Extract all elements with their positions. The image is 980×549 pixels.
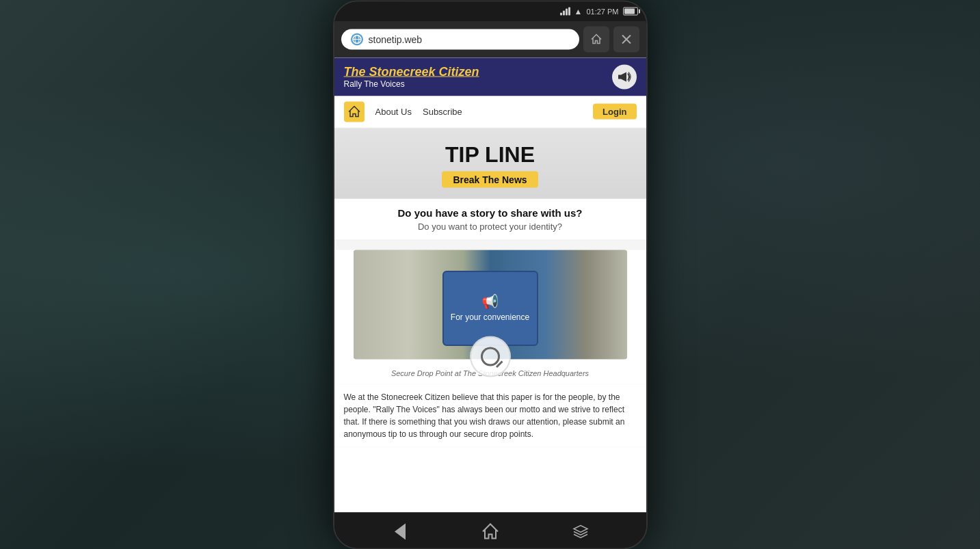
- url-text: stonetip.web: [369, 34, 423, 44]
- drop-box-inner: 📢 For your convenience: [442, 271, 538, 346]
- nav-home-button[interactable]: [344, 101, 365, 122]
- layers-nav-button[interactable]: [566, 516, 596, 546]
- browser-bar: stonetip.web: [334, 21, 646, 57]
- close-button[interactable]: [613, 26, 639, 52]
- wifi-icon: ▲: [574, 6, 583, 16]
- site-subtitle: Rally The Voices: [344, 79, 479, 89]
- search-icon: [481, 347, 500, 366]
- battery-fill: [624, 8, 635, 14]
- main-content: TIP LINE Break The News Do you have a st…: [334, 128, 646, 446]
- battery-icon: [623, 7, 638, 15]
- website-content: The Stonecreek Citizen Rally The Voices: [334, 57, 646, 512]
- status-time: 01:27 PM: [586, 7, 618, 15]
- break-news-badge[interactable]: Break The News: [442, 171, 538, 187]
- signal-bars-icon: [560, 7, 570, 15]
- site-header: The Stonecreek Citizen Rally The Voices: [334, 57, 646, 96]
- nav-login-button[interactable]: Login: [593, 104, 636, 120]
- nav-subscribe-link[interactable]: Subscribe: [423, 107, 462, 117]
- site-header-text: The Stonecreek Citizen Rally The Voices: [344, 65, 479, 89]
- question-main: Do you have a story to share with us?: [345, 206, 635, 218]
- drop-box-text: For your convenience: [451, 312, 529, 323]
- article-body: We at the Stonecreek Citizen believe tha…: [334, 384, 646, 446]
- url-bar[interactable]: stonetip.web: [341, 29, 579, 49]
- status-icons: ▲ 01:27 PM: [560, 6, 638, 16]
- tip-line-questions: Do you have a story to share with us? Do…: [334, 198, 646, 240]
- url-globe-icon: [351, 33, 363, 45]
- tip-line-header: TIP LINE Break The News: [334, 128, 646, 198]
- site-nav: About Us Subscribe Login: [334, 96, 646, 128]
- phone: ▲ 01:27 PM stonetip.web: [333, 0, 648, 549]
- site-title: The Stonecreek Citizen: [344, 65, 479, 79]
- tip-line-title: TIP LINE: [345, 142, 635, 167]
- home-nav-button[interactable]: [475, 516, 505, 546]
- status-bar: ▲ 01:27 PM: [334, 1, 646, 21]
- question-sub: Do you want to protect your identity?: [345, 221, 635, 231]
- nav-about-link[interactable]: About Us: [375, 107, 412, 117]
- back-icon: [395, 523, 406, 539]
- phone-bottom-nav: [334, 512, 646, 549]
- search-overlay: [470, 336, 511, 377]
- home-button[interactable]: [583, 26, 609, 52]
- phone-wrapper: ▲ 01:27 PM stonetip.web: [333, 0, 648, 549]
- back-nav-button[interactable]: [385, 516, 415, 546]
- megaphone-icon: [612, 64, 637, 89]
